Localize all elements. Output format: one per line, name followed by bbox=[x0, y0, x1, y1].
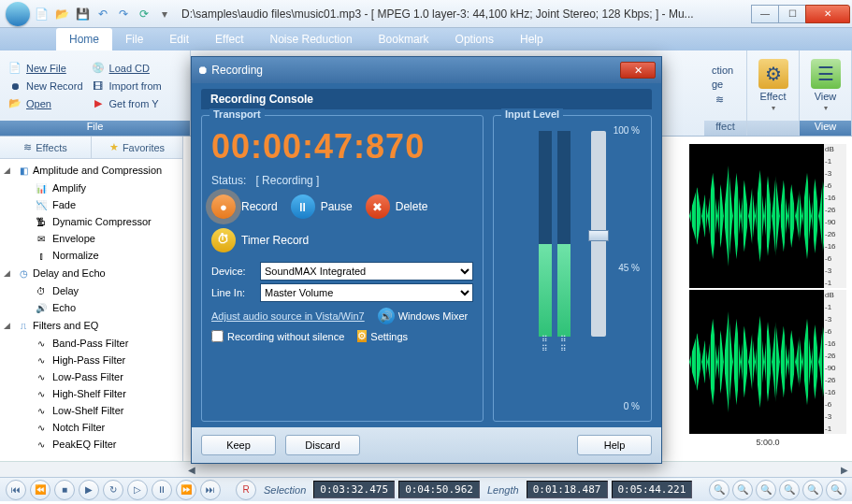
waveform-channel-right: dB-1-3-6-16-26-90-26-16-6-3-1 bbox=[689, 290, 846, 434]
menu-home[interactable]: Home bbox=[56, 28, 112, 50]
ribbon-get-youtube[interactable]: ▶Get from Y bbox=[89, 95, 164, 112]
scroll-left-icon[interactable]: ◀ bbox=[183, 465, 199, 475]
menu-effect[interactable]: Effect bbox=[202, 28, 256, 50]
tree-delay[interactable]: ⏱Delay bbox=[0, 282, 182, 299]
tree-peakeq[interactable]: ∿PeakEQ Filter bbox=[0, 436, 182, 453]
qat-save-icon[interactable]: 💾 bbox=[75, 7, 90, 22]
pct-100: 100 % bbox=[614, 125, 640, 136]
zoom-vertical-button[interactable]: 🔍 bbox=[802, 480, 823, 500]
input-volume-slider[interactable] bbox=[591, 131, 606, 337]
minimize-button[interactable]: — bbox=[751, 5, 779, 23]
tree-dynamic-compressor[interactable]: 🗜Dynamic Compressor bbox=[0, 213, 182, 230]
tree-highpass[interactable]: ∿High-Pass Filter bbox=[0, 352, 182, 368]
goto-start-button[interactable]: ⏮ bbox=[6, 480, 26, 500]
delete-action[interactable]: ✖Delete bbox=[366, 194, 428, 219]
tree-group-amplitude[interactable]: ◢◧Amplitude and Compression bbox=[0, 161, 182, 180]
tree-group-delay[interactable]: ◢◷Delay and Echo bbox=[0, 264, 182, 282]
zoom-out-button[interactable]: 🔍 bbox=[732, 480, 753, 500]
stop-button[interactable]: ■ bbox=[54, 480, 75, 500]
help-button[interactable]: Help bbox=[577, 435, 652, 455]
pause-button[interactable]: ⏸ bbox=[152, 480, 172, 500]
app-orb-icon[interactable] bbox=[6, 2, 30, 26]
tree-lowpass[interactable]: ∿Low-Pass Filter bbox=[0, 368, 182, 385]
dialog-titlebar[interactable]: ⏺ Recording ✕ bbox=[192, 57, 661, 83]
qat-new-icon[interactable]: 📄 bbox=[34, 7, 49, 22]
tree-group-filters[interactable]: ◢⎍Filters and EQ bbox=[0, 316, 182, 335]
zoom-selection-button[interactable]: 🔍 bbox=[756, 480, 776, 500]
qat-redo-icon[interactable]: ↷ bbox=[116, 7, 131, 22]
linein-select[interactable]: Master Volume bbox=[260, 283, 473, 302]
zoom-in-button[interactable]: 🔍 bbox=[709, 480, 729, 500]
rewind-button[interactable]: ⏪ bbox=[30, 480, 51, 500]
ribbon-effect-button[interactable]: ⚙ Effect▾ bbox=[753, 52, 793, 119]
console-header: Recording Console bbox=[201, 89, 652, 109]
maximize-button[interactable]: ☐ bbox=[778, 5, 806, 23]
ribbon-load-cd[interactable]: 💿Load CD bbox=[89, 60, 164, 77]
compressor-icon: 🗜 bbox=[34, 214, 49, 229]
pause-action[interactable]: ⏸Pause bbox=[291, 194, 353, 219]
mixer-icon: 🔊 bbox=[378, 308, 395, 324]
timer-record-action[interactable]: ⏱Timer Record bbox=[211, 228, 309, 252]
record-action[interactable]: ●Record bbox=[211, 194, 278, 219]
notch-icon: ∿ bbox=[34, 420, 49, 435]
tree-envelope[interactable]: ✉Envelope bbox=[0, 230, 182, 247]
ribbon-view-button[interactable]: ☰ View▾ bbox=[805, 52, 845, 119]
tree-bandpass[interactable]: ∿Band-Pass Filter bbox=[0, 335, 182, 352]
close-button[interactable]: ✕ bbox=[805, 5, 850, 23]
menu-help[interactable]: Help bbox=[507, 28, 556, 50]
tree-normalize[interactable]: ⫿Normalize bbox=[0, 247, 182, 264]
effect-icon: ⚙ bbox=[758, 59, 788, 89]
tree-amplify[interactable]: 📊Amplify bbox=[0, 180, 182, 196]
tree-echo[interactable]: 🔊Echo bbox=[0, 299, 182, 316]
slider-thumb[interactable] bbox=[588, 230, 609, 241]
menu-bookmark[interactable]: Bookmark bbox=[366, 28, 442, 50]
tree-notch[interactable]: ∿Notch Filter bbox=[0, 419, 182, 436]
qat-open-icon[interactable]: 📂 bbox=[54, 7, 69, 22]
sidebar-tab-favorites[interactable]: ★Favorites bbox=[92, 137, 182, 158]
dialog-close-button[interactable]: ✕ bbox=[620, 62, 656, 79]
tree-fade[interactable]: 📉Fade bbox=[0, 196, 182, 213]
ribbon-partial-2[interactable]: ge bbox=[710, 78, 735, 91]
qat-dropdown-icon[interactable]: ▾ bbox=[157, 7, 172, 22]
menu-edit[interactable]: Edit bbox=[156, 28, 202, 50]
record-button[interactable]: R bbox=[236, 480, 256, 500]
zoom-reset-button[interactable]: 🔍 bbox=[826, 480, 846, 500]
ribbon-partial-1[interactable]: ction bbox=[710, 64, 735, 77]
window-controls: — ☐ ✕ bbox=[752, 5, 850, 23]
ribbon-group-effect: ⚙ Effect▾ bbox=[747, 50, 800, 136]
transport-legend: Transport bbox=[209, 108, 265, 120]
menu-options[interactable]: Options bbox=[442, 28, 507, 50]
menu-noise-reduction[interactable]: Noise Reduction bbox=[257, 28, 366, 50]
settings-button[interactable]: ⚙Settings bbox=[357, 330, 408, 342]
play-button[interactable]: ▶ bbox=[79, 480, 99, 500]
discard-button[interactable]: Discard bbox=[285, 435, 360, 455]
ribbon-open[interactable]: 📂Open bbox=[6, 95, 85, 112]
sidebar-tab-effects[interactable]: ≋Effects bbox=[0, 137, 92, 158]
ribbon-partial-3[interactable]: ≋ bbox=[710, 92, 735, 108]
adjust-source-link[interactable]: Adjust audio source in Vista/Win7 bbox=[211, 310, 365, 322]
silence-checkbox-input[interactable] bbox=[211, 330, 224, 342]
windows-mixer-button[interactable]: 🔊Windows Mixer bbox=[378, 308, 469, 324]
tree-highshelf[interactable]: ∿High-Shelf Filter bbox=[0, 385, 182, 402]
silence-checkbox[interactable]: Recording without silence bbox=[211, 330, 344, 342]
forward-button[interactable]: ⏩ bbox=[176, 480, 196, 500]
ribbon-import[interactable]: 🎞Import from bbox=[89, 78, 164, 94]
keep-button[interactable]: Keep bbox=[201, 435, 276, 455]
scroll-right-icon[interactable]: ▶ bbox=[836, 465, 852, 475]
status-label: Status: bbox=[211, 174, 246, 187]
dialog-footer: Keep Discard Help bbox=[192, 427, 661, 463]
input-legend: Input Level bbox=[501, 108, 563, 120]
qat-undo-icon[interactable]: ↶ bbox=[95, 7, 110, 22]
play-selection-button[interactable]: ▷ bbox=[127, 480, 148, 500]
ribbon-new-file[interactable]: 📄New File bbox=[6, 60, 85, 77]
level-meter-left: ⠿ ⠿ bbox=[539, 131, 552, 337]
menu-file[interactable]: File bbox=[112, 28, 156, 50]
qat-refresh-icon[interactable]: ⟳ bbox=[137, 7, 152, 22]
ribbon-new-record[interactable]: ⏺New Record bbox=[6, 78, 85, 94]
device-select[interactable]: SoundMAX Integrated bbox=[260, 262, 473, 281]
zoom-full-button[interactable]: 🔍 bbox=[779, 480, 800, 500]
youtube-icon: ▶ bbox=[91, 96, 106, 111]
goto-end-button[interactable]: ⏭ bbox=[200, 480, 221, 500]
tree-lowshelf[interactable]: ∿Low-Shelf Filter bbox=[0, 402, 182, 419]
play-loop-button[interactable]: ↻ bbox=[103, 480, 123, 500]
